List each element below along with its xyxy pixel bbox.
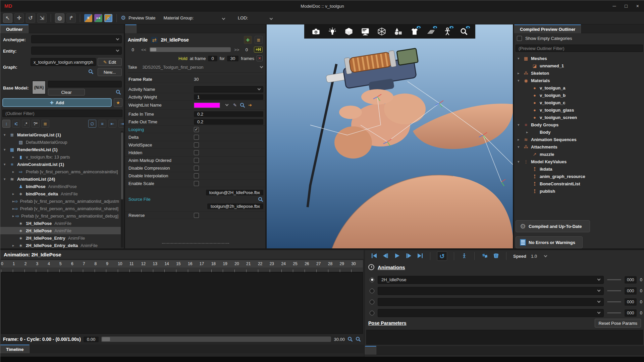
bottom-tab[interactable] xyxy=(365,346,376,355)
animation-slot-radio[interactable] xyxy=(370,289,374,293)
hide-filter-icon[interactable]: ∅ xyxy=(88,120,96,128)
weightlist-dropdown-chevron[interactable] xyxy=(225,103,229,106)
graph-new-button[interactable]: New... xyxy=(98,68,122,76)
fade-out-value[interactable]: 0.2 xyxy=(194,119,263,125)
screen-icon[interactable] xyxy=(360,26,370,37)
panel-resize-handle[interactable] xyxy=(162,243,229,244)
bone-tree-icon[interactable]: ⑆ xyxy=(12,120,20,128)
walk-preview-icon[interactable] xyxy=(461,253,468,259)
animation-slot-radio[interactable] xyxy=(370,300,374,304)
tree-item[interactable]: ▸ ∗ 2H_IdlePose_Entry_delta AnimFile xyxy=(0,242,121,248)
tree-item[interactable]: ▸ ⇨ Prefab [v_first_person_arms_animatio… xyxy=(0,205,121,212)
bottom-tab[interactable] xyxy=(398,346,409,355)
weight-slider[interactable] xyxy=(607,279,621,280)
base-model-clear-button[interactable]: Clear xyxy=(48,89,85,96)
tree-item[interactable]: ▾ ◉ Materials xyxy=(514,77,644,84)
remove-hold-button[interactable]: ✕ xyxy=(257,55,263,61)
tree-item[interactable]: ▾ ▦ RenderMeshList (1) xyxy=(0,146,121,153)
tree-item[interactable]: ∗ 2H_IdlePose_Entry AnimFile xyxy=(0,234,121,242)
tree-item[interactable]: ● v_toolgun_a xyxy=(514,84,644,92)
animation-slot-radio[interactable] xyxy=(370,278,374,282)
hold-duration-value[interactable]: 30 xyxy=(227,56,238,61)
node-editor-tab[interactable] xyxy=(137,24,147,33)
skeleton-visibility-icon[interactable] xyxy=(442,26,452,37)
inspect-tool-icon[interactable]: ⌂ xyxy=(104,14,112,22)
list-view-icon[interactable]: ≣ xyxy=(255,36,263,44)
select-tool-button[interactable]: ↖ xyxy=(3,13,12,23)
tree-item[interactable]: ▸ ∗ bindPose_delta AnimFile xyxy=(0,190,121,197)
property-checkbox[interactable] xyxy=(194,142,199,147)
activity-weight-value[interactable]: 1 xyxy=(194,94,263,100)
tree-item[interactable]: ⊷ publish xyxy=(514,187,644,195)
tree-item[interactable]: ∗ 1H_IdlePose AnimFile xyxy=(0,220,121,227)
play-icon[interactable] xyxy=(394,253,400,259)
cloth-sim-icon[interactable] xyxy=(493,253,499,259)
weight-value[interactable]: 000 xyxy=(625,276,637,284)
entity-dropdown[interactable] xyxy=(31,47,122,55)
frame-slider[interactable] xyxy=(150,47,231,52)
speed-value[interactable]: 1.0 xyxy=(531,254,537,259)
move-tool-button[interactable]: ✛ xyxy=(14,13,24,23)
timeline-canvas[interactable] xyxy=(1,272,363,334)
menu-item[interactable] xyxy=(26,5,35,7)
tree-item[interactable]: ● v_toolgun_screen xyxy=(514,114,644,121)
tree-item[interactable]: ↗ muzzle xyxy=(514,150,644,158)
seek-forward-button[interactable]: >> xyxy=(234,47,239,52)
graph-tool-icon[interactable]: ⊶ xyxy=(94,14,102,22)
animation-select-dropdown[interactable]: 2H_IdlePose xyxy=(378,276,604,284)
menu-item[interactable] xyxy=(16,5,24,7)
tree-item[interactable]: ▾ ≣ MaterialGroupList (1) xyxy=(0,131,121,138)
tab-compiled-preview-outliner[interactable]: Compiled Preview Outliner xyxy=(514,24,581,33)
grid-visibility-icon[interactable] xyxy=(426,26,436,37)
viewport-3d[interactable] xyxy=(267,24,514,248)
outliner-filter-input[interactable]: (Outliner Filter) xyxy=(2,110,122,117)
tree-item[interactable]: ▾ ≡ Body Groups xyxy=(514,121,644,128)
material-cube-icon[interactable] xyxy=(344,26,354,37)
weight-slider[interactable] xyxy=(607,290,621,291)
local-axis-button[interactable]: ↱ xyxy=(66,13,76,23)
tree-item[interactable]: ▸ ⁂ Skeleton xyxy=(514,69,644,77)
node-editor-tab[interactable] xyxy=(125,24,137,33)
menu-item[interactable] xyxy=(46,5,55,7)
animation-select-dropdown[interactable] xyxy=(378,309,604,317)
outliner-scrollbar[interactable] xyxy=(121,131,123,248)
archetype-dropdown[interactable] xyxy=(31,35,122,43)
camera-icon[interactable] xyxy=(311,26,321,37)
timeline-ruler[interactable]: 0123456789101112131415161718192021222324… xyxy=(1,260,363,267)
tree-item[interactable]: ⊷ ikdata xyxy=(514,165,644,173)
weightlist-color-swatch[interactable] xyxy=(194,103,220,108)
seek-back-button[interactable]: << xyxy=(141,47,146,52)
material-group-dropdown[interactable] xyxy=(196,15,226,20)
animation-select-dropdown[interactable] xyxy=(378,298,604,306)
tree-item[interactable]: ▾ ⋮ Model KeyValues xyxy=(514,158,644,165)
base-model-search-icon[interactable] xyxy=(116,89,121,95)
source-file-search-icon[interactable] xyxy=(258,197,263,202)
light-icon[interactable] xyxy=(327,26,337,37)
base-model-field[interactable] xyxy=(48,81,122,87)
pose-parameters-title[interactable]: Pose Parameters xyxy=(368,320,407,326)
activity-name-dropdown[interactable] xyxy=(194,86,263,93)
loop-toggle-button[interactable]: ↺ xyxy=(437,251,447,261)
step-back-icon[interactable] xyxy=(382,253,389,259)
preview-state-label[interactable]: Preview State xyxy=(128,15,155,20)
primitives-icon[interactable] xyxy=(393,26,403,37)
zoom-out-icon[interactable] xyxy=(356,337,361,342)
add-node-button[interactable]: ✚Add xyxy=(2,98,112,107)
lines-filter-icon[interactable]: ≡ xyxy=(98,120,106,128)
weight-value[interactable]: 000 xyxy=(625,309,637,317)
property-checkbox[interactable] xyxy=(194,158,199,163)
property-checkbox[interactable] xyxy=(194,135,199,140)
tree-item[interactable]: ▸ ≋ Animation Sequences xyxy=(514,136,644,143)
property-checkbox[interactable] xyxy=(194,150,199,155)
eyedropper-icon[interactable]: ✎ xyxy=(233,103,237,108)
reset-pose-params-button[interactable]: Reset Pose Params xyxy=(595,319,641,327)
skip-end-icon[interactable] xyxy=(417,253,423,259)
tree-item[interactable]: ▸ Body xyxy=(514,128,644,136)
tree-item[interactable]: ∗ 2H_IdlePose AnimFile xyxy=(0,227,121,234)
magnify-visibility-icon[interactable] xyxy=(459,26,469,37)
weight-value[interactable]: 000 xyxy=(625,287,637,295)
tree-item[interactable]: ▾ ≡ AnimConstraintList (1) xyxy=(0,161,121,168)
close-button[interactable]: × xyxy=(636,3,639,9)
weightlist-search-icon[interactable] xyxy=(240,103,245,108)
show-empty-categories-checkbox[interactable] xyxy=(517,36,522,41)
